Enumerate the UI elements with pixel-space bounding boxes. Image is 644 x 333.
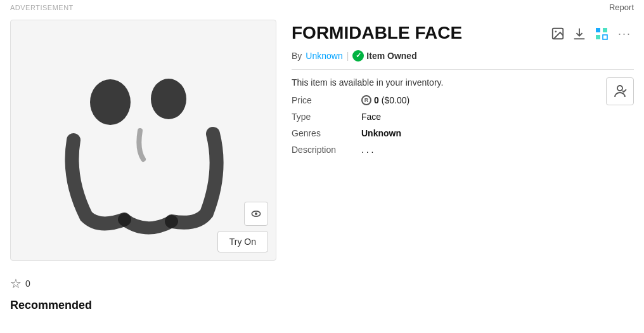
main-content: Try On FORMIDABLE FACE (0, 15, 644, 271)
item-image-section: Try On (10, 20, 276, 261)
svg-point-10 (617, 86, 622, 91)
equip-icon (612, 84, 628, 99)
svg-point-5 (555, 30, 557, 32)
top-bar: ADVERTISEMENT Report (0, 0, 644, 15)
robux-icon: R (361, 95, 371, 105)
report-link[interactable]: Report (609, 3, 634, 12)
svg-rect-7 (603, 28, 607, 32)
price-value: R 0 ($0.00) (361, 95, 596, 105)
svg-rect-9 (603, 35, 607, 39)
try-on-button[interactable]: Try On (217, 231, 268, 252)
customize-button[interactable] (593, 25, 610, 42)
by-label: By (292, 51, 302, 61)
creator-link[interactable]: Unknown (306, 51, 342, 61)
svg-point-1 (151, 79, 186, 119)
inventory-note: This item is available in your inventory… (292, 77, 596, 88)
svg-point-3 (255, 212, 257, 215)
eye-icon (250, 207, 262, 220)
recommended-label: Recommended (10, 299, 634, 312)
download-button[interactable] (571, 25, 588, 42)
image-actions: Try On (217, 202, 268, 252)
download-icon (572, 27, 586, 41)
info-grid: Price R 0 ($0.00) Type Face Genres Unkno… (292, 95, 596, 155)
image-icon (551, 27, 565, 41)
price-number: 0 (374, 95, 379, 105)
description-value: . . . (361, 145, 596, 155)
by-line: By Unknown | ✓ Item Owned (292, 50, 634, 62)
star-icon[interactable]: ☆ (10, 276, 22, 291)
genres-value: Unknown (361, 128, 596, 138)
owned-badge: ✓ Item Owned (352, 50, 416, 62)
svg-point-0 (90, 79, 131, 125)
favorites-count: 0 (25, 278, 30, 289)
detail-header: FORMIDABLE FACE (292, 22, 634, 44)
type-label: Type (292, 112, 361, 122)
price-usd: ($0.00) (382, 95, 409, 105)
svg-rect-8 (596, 35, 600, 39)
advertisement-label: ADVERTISEMENT (10, 4, 74, 11)
owned-label: Item Owned (366, 51, 416, 61)
genres-label: Genres (292, 128, 361, 138)
equip-button[interactable] (606, 77, 634, 105)
details-section: FORMIDABLE FACE (292, 20, 634, 261)
separator (292, 69, 634, 70)
item-title: FORMIDABLE FACE (292, 22, 462, 44)
price-label: Price (292, 95, 361, 105)
image-button[interactable] (550, 25, 566, 42)
header-icons: ··· (550, 25, 634, 42)
bottom-section: ☆ 0 Recommended (0, 271, 644, 317)
owned-check-icon: ✓ (352, 50, 364, 62)
customize-icon (594, 26, 609, 41)
item-actions-row: This item is available in your inventory… (292, 77, 634, 155)
preview-button[interactable] (244, 202, 268, 226)
more-options-button[interactable]: ··· (615, 27, 634, 41)
svg-rect-6 (596, 28, 600, 32)
type-value: Face (361, 112, 596, 122)
favorites-row: ☆ 0 (10, 276, 634, 291)
description-label: Description (292, 145, 361, 155)
